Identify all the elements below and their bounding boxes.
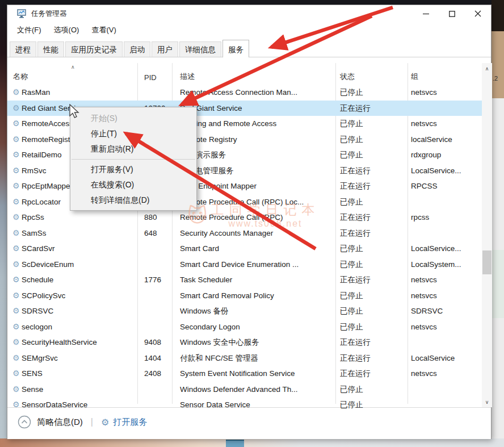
background-tan-patch	[492, 31, 504, 98]
table-row[interactable]: ⚙SENS2408System Event Notification Servi…	[7, 366, 482, 382]
tab-item[interactable]: 应用历史记录	[65, 41, 123, 57]
table-row[interactable]: ⚙RasManRemote Access Connection Man...已停…	[7, 85, 482, 101]
service-gear-icon: ⚙	[12, 225, 22, 241]
service-name: Schedule	[22, 272, 135, 288]
service-status: 正在运行	[340, 350, 405, 366]
service-name: RasMan	[22, 85, 135, 101]
service-status: 正在运行	[340, 163, 405, 179]
column-header-pid[interactable]: PID	[144, 73, 157, 82]
service-group: netsvcs	[411, 288, 480, 304]
table-row[interactable]: ⚙SCPolicySvcSmart Card Removal Policy已停止…	[7, 288, 482, 304]
tab-item[interactable]: 详细信息	[179, 41, 221, 57]
context-menu-item[interactable]: 在线搜索(O)	[70, 177, 196, 193]
service-gear-icon: ⚙	[12, 335, 22, 350]
service-group: rdxgroup	[411, 147, 480, 163]
background-right-strip: .2	[492, 0, 504, 447]
column-header-name[interactable]: 名称	[13, 72, 28, 82]
service-status: 正在运行	[340, 210, 405, 225]
task-manager-icon	[16, 9, 26, 18]
details-toggle-label[interactable]: 简略信息(D)	[37, 417, 83, 428]
service-pid	[144, 397, 175, 408]
service-status: 已停止	[340, 85, 405, 101]
service-name: SDRSVC	[22, 303, 135, 319]
menu-bar: 文件(F)选项(O)查看(V)	[11, 22, 123, 37]
table-row[interactable]: ⚙ScDeviceEnumSmart Card Device Enumerati…	[7, 257, 482, 273]
tab-item[interactable]: 用户	[152, 41, 178, 57]
footer-bar: 简略信息(D) | ⚙ 打开服务	[7, 407, 491, 439]
service-status: 已停止	[340, 147, 405, 163]
table-row[interactable]: ⚙SEMgrSvc1404付款和 NFC/SE 管理器正在运行LocalServ…	[7, 350, 482, 366]
service-pid: 1404	[144, 350, 175, 366]
table-row[interactable]: ⚙SensorDataServiceSensor Data Service已停止	[7, 397, 482, 408]
tab-services-selected[interactable]: 服务	[222, 40, 249, 57]
service-pid: 2408	[144, 366, 175, 382]
menubar-item[interactable]: 选项(O)	[48, 23, 86, 37]
table-row[interactable]: ⚙seclogonSecondary Logon已停止netsvcs	[7, 319, 482, 335]
tab-bar: 进程性能应用历史记录启动用户详细信息服务	[7, 38, 491, 57]
service-gear-icon: ⚙	[12, 85, 22, 101]
context-menu-item[interactable]: 打开服务(V)	[70, 162, 196, 177]
column-header-desc[interactable]: 描述	[180, 72, 195, 82]
menubar-item[interactable]: 文件(F)	[11, 23, 48, 37]
service-group: LocalService	[411, 350, 480, 366]
service-gear-icon: ⚙	[12, 210, 22, 225]
service-status: 已停止	[340, 116, 405, 132]
background-text-fragment: .2	[493, 75, 498, 82]
service-name: seclogon	[22, 319, 135, 335]
service-gear-icon: ⚙	[12, 382, 22, 398]
service-group: localService	[411, 132, 480, 148]
service-gear-icon: ⚙	[12, 319, 22, 335]
service-pid: 648	[144, 225, 175, 241]
tab-item[interactable]: 进程	[10, 41, 36, 57]
vertical-scrollbar[interactable]: ∧ ∨	[482, 63, 492, 407]
table-row[interactable]: ⚙Schedule1776Task Scheduler正在运行netsvcs	[7, 272, 482, 288]
context-menu-item[interactable]: 停止(T)	[70, 126, 196, 141]
scrollbar-thumb[interactable]	[482, 250, 492, 274]
table-row[interactable]: ⚙SenseWindows Defender Advanced Th...已停止	[7, 382, 482, 398]
service-gear-icon: ⚙	[12, 241, 22, 257]
service-gear-icon: ⚙	[12, 101, 22, 116]
scroll-up-button[interactable]: ∧	[482, 63, 492, 74]
background-bottom-strip	[0, 438, 504, 447]
scroll-up-icon: ∧	[485, 66, 489, 72]
minimize-button[interactable]	[413, 5, 439, 22]
context-menu-item[interactable]: 重新启动(R)	[70, 141, 196, 157]
service-group	[411, 194, 480, 210]
table-row[interactable]: ⚙SecurityHealthService9408Windows 安全中心服务…	[7, 335, 482, 350]
service-name: RpcSs	[22, 210, 135, 225]
service-status: 已停止	[340, 288, 405, 304]
tab-item[interactable]: 性能	[37, 41, 64, 57]
scroll-down-button[interactable]: ∨	[482, 396, 492, 407]
service-group: netsvcs	[411, 319, 480, 335]
table-row[interactable]: ⚙RpcSs880Remote Procedure Call (RPC)正在运行…	[7, 210, 482, 225]
close-button[interactable]	[465, 5, 491, 22]
column-header-group[interactable]: 组	[411, 72, 418, 82]
service-gear-icon: ⚙	[12, 288, 22, 304]
service-pid	[144, 319, 175, 335]
table-row[interactable]: ⚙SCardSvrSmart Card已停止LocalService...	[7, 241, 482, 257]
service-pid	[144, 241, 175, 257]
column-header-status[interactable]: 状态	[340, 72, 355, 82]
menubar-item[interactable]: 查看(V)	[85, 23, 122, 37]
service-gear-icon: ⚙	[12, 257, 22, 273]
context-menu-item[interactable]: 转到详细信息(D)	[70, 193, 196, 208]
sort-ascending-icon: ∧	[71, 64, 75, 70]
service-status: 正在运行	[340, 335, 405, 350]
service-description: Remote Procedure Call (RPC)	[180, 210, 334, 225]
service-status: 已停止	[340, 319, 405, 335]
service-group: netsvcs	[411, 272, 480, 288]
open-services-link[interactable]: 打开服务	[113, 417, 147, 428]
service-gear-icon: ⚙	[12, 397, 22, 408]
service-name: SamSs	[22, 225, 135, 241]
window-title: 任务管理器	[31, 9, 67, 19]
minimize-icon	[423, 11, 429, 17]
context-menu: 开始(S)停止(T)重新启动(R)打开服务(V)在线搜索(O)转到详细信息(D)	[70, 107, 197, 211]
service-group: LocalService...	[411, 241, 480, 257]
collapse-details-icon[interactable]	[18, 415, 31, 429]
maximize-button[interactable]	[439, 5, 465, 22]
title-bar[interactable]: 任务管理器	[7, 5, 491, 22]
service-gear-icon: ⚙	[12, 272, 22, 288]
tab-item[interactable]: 启动	[124, 41, 150, 57]
table-row[interactable]: ⚙SamSs648Security Accounts Manager正在运行	[7, 225, 482, 241]
table-row[interactable]: ⚙SDRSVCWindows 备份已停止SDRSVC	[7, 303, 482, 319]
